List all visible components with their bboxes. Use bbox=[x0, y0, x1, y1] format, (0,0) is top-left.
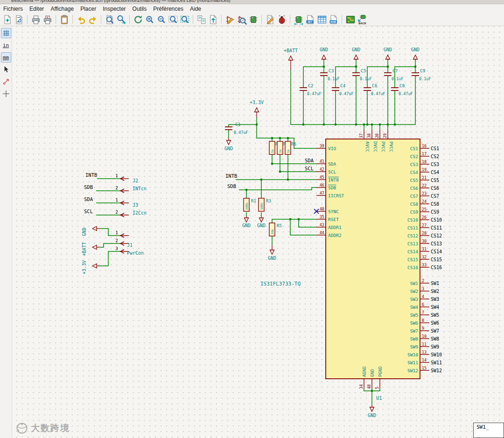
component-value: 20k bbox=[271, 229, 274, 235]
pin-name: CS12 bbox=[407, 233, 418, 238]
zoom-out-button[interactable] bbox=[155, 14, 167, 25]
svg-text:BOM: BOM bbox=[330, 20, 336, 23]
ic-body[interactable] bbox=[326, 139, 420, 379]
crosshair-cursor-button[interactable] bbox=[1, 89, 11, 99]
wire[interactable] bbox=[299, 219, 316, 227]
power-arrow[interactable] bbox=[92, 227, 97, 231]
pin-number: 1 bbox=[115, 173, 118, 178]
zoom-in-button[interactable] bbox=[144, 14, 155, 25]
pin-name: CS11 bbox=[407, 225, 418, 230]
component-value: 1k bbox=[279, 149, 282, 153]
wire[interactable] bbox=[303, 67, 324, 88]
paste-icon bbox=[59, 14, 70, 25]
wire[interactable] bbox=[272, 219, 316, 223]
component-ref: R5 bbox=[277, 223, 282, 228]
power-arrow[interactable] bbox=[354, 55, 358, 59]
units-inches-button[interactable]: in bbox=[1, 40, 11, 50]
power-arrow[interactable] bbox=[255, 108, 259, 112]
library-browser-button[interactable] bbox=[236, 14, 247, 25]
power-arrow[interactable] bbox=[289, 56, 293, 60]
pin-number: 40 bbox=[320, 207, 324, 211]
menu-affichage[interactable]: Affichage bbox=[47, 5, 77, 13]
gnd-arrow[interactable] bbox=[227, 140, 231, 145]
power-label: +3.3V bbox=[82, 260, 87, 274]
generate-netlist-button[interactable]: NET bbox=[304, 14, 316, 25]
component-value: 0.47uF bbox=[339, 91, 354, 96]
pin-number: 39 bbox=[320, 144, 324, 148]
pin-number: 44 bbox=[320, 230, 324, 235]
undo-button[interactable] bbox=[75, 14, 87, 25]
schematic-canvas[interactable]: IS31FL3733-TQU139VIO41SDA42SCL45INTB46SD… bbox=[12, 26, 504, 438]
power-arrow[interactable] bbox=[386, 55, 390, 59]
pin-name: CS1 bbox=[410, 146, 418, 151]
redo-button[interactable] bbox=[87, 14, 98, 25]
gnd-arrow[interactable] bbox=[370, 407, 374, 411]
grid-toggle-button[interactable] bbox=[1, 28, 11, 38]
menu-fichiers[interactable]: Fichiers bbox=[0, 5, 26, 13]
plot-button[interactable] bbox=[42, 14, 53, 25]
power-label: GND bbox=[411, 47, 420, 52]
run-pcbnew-button[interactable] bbox=[344, 14, 356, 25]
gnd-arrow[interactable] bbox=[245, 218, 249, 222]
import-back-annotation-button[interactable]: BACK bbox=[356, 14, 368, 25]
generate-bom-button[interactable]: BOM bbox=[328, 14, 339, 25]
pin-name: CS6 bbox=[410, 186, 418, 191]
power-arrow[interactable] bbox=[92, 264, 97, 268]
zoom-to-selection-button[interactable] bbox=[179, 14, 190, 25]
find-icon bbox=[104, 14, 115, 25]
new-schematic-icon bbox=[2, 14, 13, 25]
pin-name: CS5 bbox=[410, 178, 418, 183]
junction bbox=[394, 124, 396, 126]
menu-aide[interactable]: Aide bbox=[187, 5, 204, 13]
cursor-shape-button[interactable] bbox=[1, 64, 11, 75]
component-value: 0.1uF bbox=[392, 76, 404, 81]
component-value: I2Ccn bbox=[133, 210, 147, 216]
menu-preferences[interactable]: Préférences bbox=[150, 5, 187, 13]
gnd-arrow[interactable] bbox=[270, 250, 274, 254]
junction bbox=[414, 66, 417, 68]
find-replace-button[interactable] bbox=[115, 14, 127, 25]
wire[interactable] bbox=[239, 188, 316, 190]
zoom-in-icon bbox=[144, 14, 155, 25]
junction bbox=[366, 124, 369, 126]
junction bbox=[302, 124, 305, 126]
footprint-editor-button[interactable] bbox=[247, 14, 259, 25]
toolbar-separator bbox=[101, 15, 101, 24]
find-button[interactable] bbox=[104, 14, 115, 25]
zoom-fit-button[interactable] bbox=[167, 14, 179, 25]
power-arrow[interactable] bbox=[92, 245, 97, 250]
toolbar-separator bbox=[342, 15, 342, 24]
menu-placer[interactable]: Placer bbox=[77, 5, 99, 13]
erc-button[interactable] bbox=[276, 14, 287, 25]
menu-outils[interactable]: Outils bbox=[129, 5, 150, 13]
hierarchy-navigator-button[interactable] bbox=[196, 14, 207, 25]
corner-text: SW1_ bbox=[476, 424, 489, 430]
pin-number: 37 bbox=[359, 133, 364, 138]
leave-sheet-button[interactable] bbox=[207, 14, 219, 25]
symbol-fields-table-button[interactable] bbox=[316, 14, 328, 25]
units-mm-button[interactable]: mm bbox=[1, 52, 11, 63]
power-arrow[interactable] bbox=[322, 55, 326, 59]
pin-number: 2 bbox=[115, 185, 118, 190]
pin-name: CS8 bbox=[410, 202, 418, 207]
assign-footprints-button[interactable] bbox=[293, 14, 304, 25]
redraw-view-button[interactable] bbox=[132, 14, 144, 25]
paste-button[interactable] bbox=[58, 14, 70, 25]
wire[interactable] bbox=[229, 125, 257, 127]
print-button[interactable] bbox=[30, 14, 42, 25]
symbol-editor-button[interactable] bbox=[224, 14, 236, 25]
menu-editer[interactable]: Editer bbox=[26, 5, 47, 13]
annotate-button[interactable]: 12 bbox=[264, 14, 276, 25]
pin-number: 41 bbox=[320, 159, 324, 164]
hidden-pins-button[interactable] bbox=[1, 76, 11, 87]
net-label: SW6 bbox=[431, 320, 439, 326]
power-arrow[interactable] bbox=[413, 55, 418, 59]
pin-number: 8 bbox=[422, 318, 424, 323]
wire[interactable] bbox=[100, 251, 120, 266]
gnd-arrow[interactable] bbox=[259, 218, 264, 222]
plot-icon bbox=[42, 14, 53, 25]
menu-inspecter[interactable]: Inspecter bbox=[99, 5, 129, 13]
pin-number: 5 bbox=[375, 387, 379, 389]
page-settings-button[interactable] bbox=[13, 14, 25, 25]
new-schematic-button[interactable] bbox=[1, 14, 13, 25]
